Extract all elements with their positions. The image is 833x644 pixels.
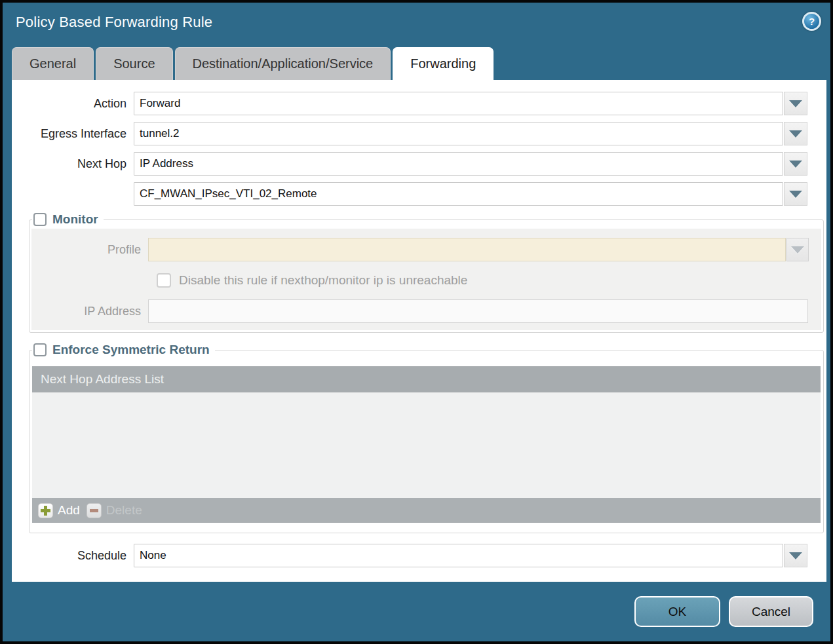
next-hop-address-input[interactable]	[134, 182, 783, 206]
enforce-legend-label: Enforce Symmetric Return	[52, 343, 210, 357]
forwarding-tab-panel: Action Egress Interface Next Hop	[12, 80, 826, 582]
schedule-row: Schedule	[12, 544, 826, 567]
plus-icon	[38, 503, 53, 518]
profile-label: Profile	[31, 243, 148, 257]
profile-combo	[148, 238, 809, 261]
monitor-ip-row: IP Address	[31, 299, 821, 323]
schedule-combo	[134, 544, 807, 567]
monitor-ip-label: IP Address	[31, 305, 148, 318]
next-hop-address-combo	[134, 182, 807, 206]
minus-icon	[87, 503, 102, 518]
chevron-down-icon	[789, 100, 802, 107]
next-hop-label: Next Hop	[12, 157, 134, 171]
chevron-down-icon	[789, 552, 802, 559]
tab-general[interactable]: General	[12, 47, 94, 80]
delete-button-label: Delete	[106, 503, 142, 518]
help-icon[interactable]: ?	[802, 12, 821, 31]
profile-dropdown-button	[786, 238, 809, 261]
next-hop-row: Next Hop	[12, 152, 826, 176]
help-glyph: ?	[809, 16, 815, 27]
action-label: Action	[12, 97, 134, 111]
monitor-checkbox[interactable]	[33, 213, 47, 226]
action-combo	[134, 92, 807, 115]
profile-row: Profile	[31, 238, 821, 261]
monitor-legend: Monitor	[32, 212, 104, 227]
profile-input	[148, 238, 786, 261]
egress-interface-combo	[134, 122, 807, 145]
disable-rule-label: Disable this rule if nexthop/monitor ip …	[179, 273, 467, 288]
add-button[interactable]: Add	[38, 503, 80, 518]
action-row: Action	[12, 92, 826, 115]
egress-interface-label: Egress Interface	[12, 127, 134, 141]
chevron-down-icon	[789, 191, 802, 198]
monitor-panel: Profile Disable this rule if nexthop/mon…	[31, 229, 821, 330]
next-hop-combo	[134, 152, 807, 176]
schedule-label: Schedule	[12, 549, 134, 563]
chevron-down-icon	[789, 130, 802, 138]
next-hop-address-table: Next Hop Address List Add Delete	[32, 366, 821, 523]
monitor-group: Monitor Profile Disable this rule if nex…	[29, 212, 824, 333]
next-hop-address-list-body[interactable]	[32, 392, 821, 498]
disable-rule-row: Disable this rule if nexthop/monitor ip …	[157, 273, 821, 288]
monitor-legend-label: Monitor	[52, 212, 98, 227]
cancel-button[interactable]: Cancel	[729, 596, 813, 627]
egress-interface-row: Egress Interface	[12, 122, 826, 145]
enforce-legend: Enforce Symmetric Return	[32, 343, 215, 357]
egress-interface-dropdown-button[interactable]	[784, 122, 807, 145]
tab-forwarding[interactable]: Forwarding	[393, 47, 494, 80]
action-input[interactable]	[134, 92, 783, 115]
chevron-down-icon	[791, 246, 804, 254]
dialog-title: Policy Based Forwarding Rule	[16, 14, 212, 31]
add-button-label: Add	[58, 503, 80, 518]
next-hop-address-list-toolbar: Add Delete	[32, 498, 821, 523]
egress-interface-input[interactable]	[134, 122, 783, 145]
delete-button: Delete	[87, 503, 142, 518]
next-hop-type-input[interactable]	[134, 152, 783, 176]
tab-source[interactable]: Source	[96, 47, 172, 80]
pbf-rule-dialog: Policy Based Forwarding Rule ? General S…	[0, 0, 833, 644]
chevron-down-icon	[789, 161, 802, 168]
monitor-ip-input	[148, 299, 808, 323]
dialog-titlebar: Policy Based Forwarding Rule ?	[3, 3, 830, 45]
tab-bar: General Source Destination/Application/S…	[12, 47, 494, 80]
dialog-footer: OK Cancel	[3, 579, 830, 641]
next-hop-address-row	[12, 182, 826, 206]
disable-rule-checkbox	[157, 273, 171, 288]
next-hop-dropdown-button[interactable]	[784, 152, 807, 176]
next-hop-address-list-header: Next Hop Address List	[32, 366, 821, 392]
enforce-symmetric-return-checkbox[interactable]	[33, 343, 47, 356]
schedule-dropdown-button[interactable]	[784, 544, 807, 567]
ok-button[interactable]: OK	[634, 596, 720, 627]
enforce-symmetric-return-group: Enforce Symmetric Return Next Hop Addres…	[29, 343, 824, 533]
schedule-input[interactable]	[134, 544, 783, 567]
tab-destination-application-service[interactable]: Destination/Application/Service	[175, 47, 391, 80]
next-hop-address-dropdown-button[interactable]	[784, 182, 807, 206]
action-dropdown-button[interactable]	[784, 92, 807, 115]
